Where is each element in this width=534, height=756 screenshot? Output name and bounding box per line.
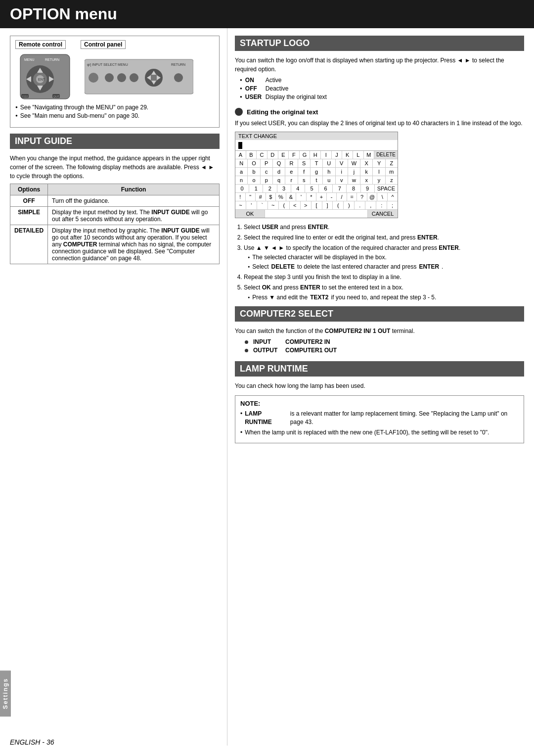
kb-key-A[interactable]: A xyxy=(235,151,246,159)
kb-key-H[interactable]: H xyxy=(310,151,321,159)
kb-key-k[interactable]: k xyxy=(360,168,373,176)
kb-key-m[interactable]: m xyxy=(386,168,398,176)
kb-key-quote[interactable]: " xyxy=(246,193,256,201)
kb-key-q[interactable]: q xyxy=(273,176,285,184)
kb-key-backtick[interactable]: ' xyxy=(246,201,257,209)
kb-key-3[interactable]: 3 xyxy=(277,185,291,192)
kb-key-T[interactable]: T xyxy=(311,159,323,167)
kb-key-e[interactable]: e xyxy=(285,168,298,176)
kb-key-slash[interactable]: / xyxy=(337,193,347,201)
kb-key-M[interactable]: M xyxy=(364,151,375,159)
kb-key-apostrophe[interactable]: ' xyxy=(296,193,307,201)
kb-key-K[interactable]: K xyxy=(342,151,353,159)
kb-key-u[interactable]: u xyxy=(323,176,335,184)
kb-key-8[interactable]: 8 xyxy=(347,185,360,192)
kb-key-Z[interactable]: Z xyxy=(386,159,398,167)
kb-key-x[interactable]: x xyxy=(360,176,373,184)
kb-key-lparen2[interactable]: ( xyxy=(333,201,344,209)
kb-key-n[interactable]: n xyxy=(235,176,248,184)
kb-key-4[interactable]: 4 xyxy=(291,185,305,192)
kb-key-rbracket[interactable]: ] xyxy=(322,201,333,209)
kb-key-v[interactable]: v xyxy=(336,176,348,184)
kb-key-J[interactable]: J xyxy=(332,151,343,159)
kb-key-i[interactable]: i xyxy=(336,168,348,176)
kb-key-1[interactable]: 1 xyxy=(249,185,263,192)
kb-key-t[interactable]: t xyxy=(311,176,323,184)
kb-key-E[interactable]: E xyxy=(278,151,289,159)
kb-key-percent[interactable]: % xyxy=(276,193,286,201)
kb-key-f[interactable]: f xyxy=(298,168,311,176)
kb-key-gt[interactable]: > xyxy=(301,201,312,209)
kb-key-V[interactable]: V xyxy=(336,159,348,167)
kb-key-equals[interactable]: = xyxy=(347,193,357,201)
kb-key-exclaim[interactable]: ! xyxy=(235,193,246,201)
kb-key-B[interactable]: B xyxy=(246,151,257,159)
kb-key-7[interactable]: 7 xyxy=(333,185,347,192)
kb-key-r[interactable]: r xyxy=(285,176,298,184)
kb-key-s[interactable]: s xyxy=(298,176,311,184)
kb-key-S[interactable]: S xyxy=(298,159,311,167)
kb-key-tilde2[interactable]: ~ xyxy=(268,201,279,209)
kb-key-ampersand[interactable]: & xyxy=(286,193,297,201)
kb-key-minus[interactable]: - xyxy=(327,193,337,201)
kb-key-cancel[interactable]: CANCEL xyxy=(368,210,398,218)
kb-key-N[interactable]: N xyxy=(235,159,248,167)
kb-key-plus[interactable]: + xyxy=(316,193,327,201)
kb-key-ok[interactable]: OK xyxy=(235,210,265,218)
kb-key-Y[interactable]: Y xyxy=(373,159,385,167)
kb-key-at[interactable]: @ xyxy=(367,193,378,201)
kb-key-C[interactable]: C xyxy=(257,151,267,159)
kb-key-L[interactable]: L xyxy=(353,151,364,159)
kb-key-backslash[interactable]: \ xyxy=(377,193,388,201)
kb-key-grave[interactable]: ` xyxy=(257,201,268,209)
svg-text:QUIT: QUIT xyxy=(53,95,59,98)
kb-key-o[interactable]: o xyxy=(248,176,260,184)
kb-key-c[interactable]: c xyxy=(261,168,273,176)
kb-key-X[interactable]: X xyxy=(360,159,373,167)
kb-key-y[interactable]: y xyxy=(373,176,385,184)
kb-key-g[interactable]: g xyxy=(311,168,323,176)
kb-key-0[interactable]: 0 xyxy=(235,185,249,192)
kb-key-P[interactable]: P xyxy=(261,159,273,167)
kb-key-z[interactable]: z xyxy=(386,176,398,184)
kb-key-asterisk[interactable]: * xyxy=(307,193,317,201)
kb-key-dollar[interactable]: $ xyxy=(266,193,276,201)
kb-key-F[interactable]: F xyxy=(289,151,300,159)
kb-key-lparen[interactable]: ( xyxy=(279,201,290,209)
kb-key-O[interactable]: O xyxy=(248,159,260,167)
kb-key-W[interactable]: W xyxy=(348,159,360,167)
kb-key-period[interactable]: . xyxy=(355,201,365,209)
kb-key-I[interactable]: I xyxy=(321,151,332,159)
text-input-area[interactable] xyxy=(235,140,398,151)
kb-key-U[interactable]: U xyxy=(323,159,335,167)
kb-key-9[interactable]: 9 xyxy=(361,185,375,192)
kb-key-b[interactable]: b xyxy=(248,168,260,176)
kb-key-p[interactable]: p xyxy=(261,176,273,184)
kb-key-tilde[interactable]: ~ xyxy=(235,201,246,209)
kb-key-semicolon[interactable]: ; xyxy=(387,201,398,209)
kb-key-5[interactable]: 5 xyxy=(305,185,319,192)
kb-key-lbracket[interactable]: [ xyxy=(312,201,322,209)
kb-key-R[interactable]: R xyxy=(285,159,298,167)
kb-key-colon[interactable]: : xyxy=(376,201,387,209)
kb-key-hash[interactable]: # xyxy=(256,193,266,201)
kb-key-2[interactable]: 2 xyxy=(263,185,277,192)
kb-key-a[interactable]: a xyxy=(235,168,248,176)
kb-key-rparen[interactable]: ) xyxy=(344,201,355,209)
kb-key-w[interactable]: w xyxy=(348,176,360,184)
kb-key-question[interactable]: ? xyxy=(357,193,367,201)
kb-key-Q[interactable]: Q xyxy=(273,159,285,167)
kb-key-d[interactable]: d xyxy=(273,168,285,176)
kb-key-l[interactable]: l xyxy=(373,168,385,176)
kb-key-delete[interactable]: DELETE xyxy=(374,151,398,159)
keyboard-grid: A B C D E F G H I J K L M DELETE xyxy=(235,151,398,218)
kb-key-j[interactable]: j xyxy=(348,168,360,176)
kb-key-caret[interactable]: ^ xyxy=(388,193,398,201)
kb-key-comma[interactable]: , xyxy=(365,201,376,209)
kb-key-h[interactable]: h xyxy=(323,168,335,176)
kb-key-G[interactable]: G xyxy=(300,151,311,159)
kb-key-6[interactable]: 6 xyxy=(319,185,333,192)
kb-key-space[interactable]: SPACE xyxy=(375,185,398,192)
kb-key-D[interactable]: D xyxy=(267,151,278,159)
kb-key-lt[interactable]: < xyxy=(290,201,301,209)
